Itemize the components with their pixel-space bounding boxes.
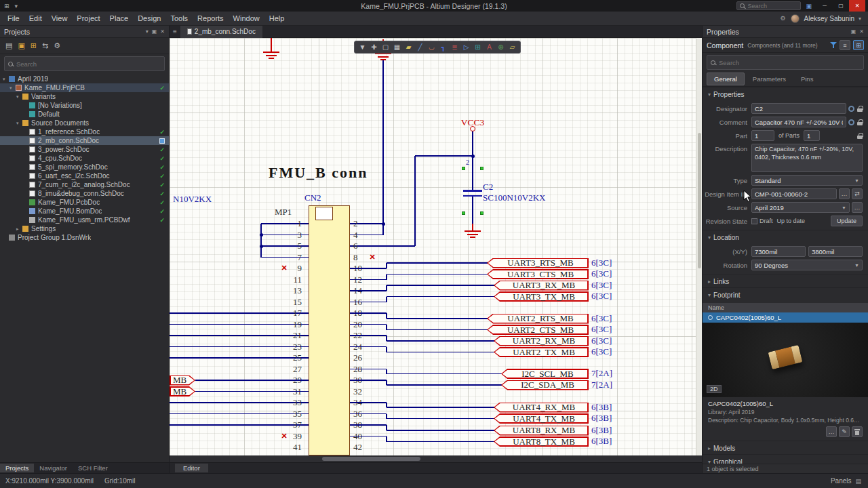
tree-item-8-imu-debug-conn-schdoc[interactable]: 8_imu&debug_conn.SchDoc✓ [0, 189, 169, 198]
tree-item-2-mb-conn-schdoc[interactable]: 2_mb_conn.SchDoc [0, 136, 169, 145]
design-item-id-field[interactable]: CMP-001-00060-2 [751, 188, 837, 199]
section-footprint[interactable]: ▾Footprint [703, 287, 868, 301]
port-uart4-rx-mb[interactable]: UART4_RX_MB [494, 403, 589, 413]
add-folder-icon[interactable]: ⊞ [31, 41, 37, 50]
visibility-icon[interactable] [848, 106, 854, 112]
tree-item-source-documents[interactable]: ▾Source Documents [0, 119, 169, 127]
type-dropdown[interactable]: Standard▼ [751, 175, 863, 186]
tree-item-kame-fmu-prjpcb[interactable]: ▾Kame_FMU.PrjPCB✓ [0, 83, 169, 92]
delete-trash-icon[interactable] [852, 426, 863, 437]
designator-field[interactable] [751, 103, 846, 114]
menu-reports[interactable]: Reports [193, 13, 229, 24]
selection-rect-icon[interactable]: ▢ [381, 43, 390, 51]
x-field[interactable] [751, 246, 806, 257]
tree-item-4-cpu-schdoc[interactable]: 4_cpu.SchDoc✓ [0, 154, 169, 163]
description-field[interactable]: Chip Capacitor, 470 nF +/-20%, 10V, 0402… [751, 144, 863, 172]
visibility-icon[interactable] [848, 119, 854, 125]
tree-item-3-power-schdoc[interactable]: 3_power.SchDoc✓ [0, 145, 169, 154]
lock-icon[interactable] [857, 106, 863, 112]
section-graphical[interactable]: ▾Graphical [703, 454, 868, 464]
projects-search-input[interactable] [16, 60, 161, 68]
panels-button[interactable]: Panels [831, 477, 852, 485]
port-icon[interactable]: ▷ [462, 43, 471, 51]
selection-handle[interactable] [480, 211, 484, 215]
tree-item-5-spi-memory-schdoc[interactable]: 5_spi_memory.SchDoc✓ [0, 163, 169, 171]
connector-body[interactable] [309, 205, 350, 455]
menu-edit[interactable]: Edit [24, 13, 47, 24]
source-dropdown[interactable]: April 2019▼ [751, 202, 850, 213]
port-uart3-cts-mb[interactable]: UART3_CTS_MB [487, 269, 589, 279]
close-icon[interactable]: ✕ [859, 28, 864, 35]
section-location[interactable]: ▾Location [703, 230, 868, 243]
part-field[interactable] [751, 130, 774, 141]
global-search[interactable] [736, 1, 801, 10]
document-tab[interactable]: 2_mb_conn.SchDoc [180, 26, 262, 38]
save-icon[interactable]: ▤ [5, 41, 12, 50]
polygon-icon[interactable]: ▰ [404, 43, 413, 51]
pin-icon[interactable]: ▣ [152, 28, 157, 35]
menu-place[interactable]: Place [105, 13, 134, 24]
port-i2c-scl-mb[interactable]: I2C_SCL_MB [501, 369, 589, 379]
port-mb-31[interactable]: MB [170, 386, 195, 396]
line-icon[interactable]: ╱ [416, 43, 425, 51]
tree-item-kame-fmu-bomdoc[interactable]: Kame_FMU.BomDoc✓ [0, 207, 169, 216]
menu-help[interactable]: Help [264, 13, 290, 24]
close-icon[interactable]: ✕ [160, 28, 165, 35]
tree-item-kame-fmu-pcbdoc[interactable]: Kame_FMU.PcbDoc✓ [0, 198, 169, 207]
chevron-down-icon[interactable]: ▾ [859, 16, 861, 22]
expander-icon[interactable]: ▸ [16, 226, 22, 232]
expander-icon[interactable]: ▾ [16, 121, 22, 126]
filter-icon[interactable]: ▼ [358, 43, 367, 51]
menu-view[interactable]: View [47, 13, 73, 24]
footprint-preview[interactable]: 2D [703, 323, 868, 397]
menu-project[interactable]: Project [72, 13, 104, 24]
expander-icon[interactable]: ▾ [3, 77, 9, 82]
section-properties[interactable]: ▾Properties [703, 87, 868, 100]
schematic-canvas[interactable]: 1357911131517192123252729313335373941246… [170, 38, 702, 455]
chevron-down-icon[interactable]: ▾ [146, 28, 149, 35]
move-icon[interactable]: ✚ [370, 43, 378, 51]
panel-tab-projects[interactable]: Projects [0, 464, 34, 472]
tree-item-settings[interactable]: ▸Settings [0, 224, 169, 233]
rotation-dropdown[interactable]: 90 Degrees▼ [751, 260, 863, 270]
tree-item-variants[interactable]: ▾Variants [0, 92, 169, 101]
selection-handle[interactable] [462, 167, 465, 170]
expander-icon[interactable]: ▾ [16, 94, 22, 100]
section-models[interactable]: ▸Models [703, 441, 868, 454]
port-uart2-rts-mb[interactable]: UART2_RTS_MB [487, 314, 589, 324]
horizontal-scrollbar[interactable] [170, 455, 702, 462]
swap-button[interactable]: ⇄ [852, 188, 863, 199]
capacitor-plate[interactable] [463, 190, 482, 192]
port-mb-29[interactable]: MB [170, 375, 195, 386]
2d-view-button[interactable]: 2D [707, 385, 722, 393]
panel-tab-sch-filter[interactable]: SCH Filter [73, 464, 113, 472]
projects-search[interactable] [4, 56, 165, 71]
parts-total-field[interactable] [804, 130, 820, 141]
tab-parameters[interactable]: Parameters [746, 73, 793, 85]
tree-item-april-2019[interactable]: ▾April 2019 [0, 75, 169, 83]
port-uart4-tx-mb[interactable]: UART4_TX_MB [494, 413, 589, 424]
sheet-symbol-icon[interactable]: ⊞ [473, 43, 482, 51]
app-icon[interactable]: ⊞ [3, 3, 11, 9]
menu-window[interactable]: Window [229, 13, 264, 24]
tree-item-6-uart-esc-i2c-schdoc[interactable]: 6_uart_esc_i2c.SchDoc✓ [0, 171, 169, 180]
tree-item-7-cum-rc-i2c-analog-schdoc[interactable]: 7_cum_rc_i2c_analog.SchDoc✓ [0, 180, 169, 189]
properties-search-input[interactable] [719, 59, 860, 66]
connector-designator[interactable]: CN2 [304, 192, 321, 203]
port-uart3-rts-mb[interactable]: UART3_RTS_MB [487, 258, 589, 268]
tree-item-default[interactable]: Default [0, 110, 169, 119]
y-field[interactable] [808, 246, 863, 257]
menu-design[interactable]: Design [133, 13, 165, 24]
edit-pencil-icon[interactable]: ✎ [839, 426, 850, 437]
horizontal-scrollbar-thumb[interactable] [322, 457, 420, 461]
comment-field[interactable] [751, 117, 846, 127]
directive-icon[interactable]: ⊕ [496, 43, 505, 51]
update-button[interactable]: Update [831, 216, 863, 226]
wire-icon[interactable]: ┓ [439, 43, 448, 51]
user-name[interactable]: Aleksey Sabunin [804, 15, 854, 22]
menu-file[interactable]: File [3, 13, 24, 24]
section-links[interactable]: ▸Links [703, 274, 868, 287]
text-icon[interactable]: A [485, 43, 494, 51]
menu-tools[interactable]: Tools [165, 13, 193, 24]
grid-icon[interactable]: ▦ [393, 43, 401, 51]
